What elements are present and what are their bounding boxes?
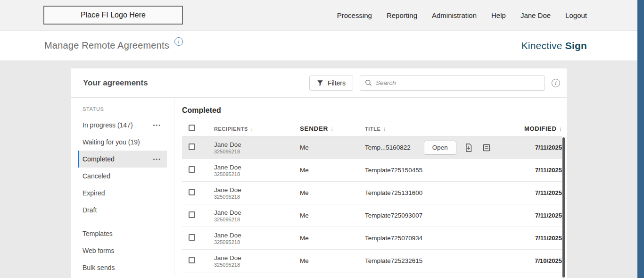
sidebar-item-web-forms[interactable]: Web forms	[78, 242, 167, 259]
nav-item-administration[interactable]: Administration	[432, 11, 477, 19]
agreements-title: Your agreements	[83, 78, 303, 88]
sidebar-item-label: Canceled	[83, 172, 110, 180]
filters-label: Filters	[328, 79, 346, 87]
nav-item-jane-doe[interactable]: Jane Doe	[520, 11, 551, 19]
table-row[interactable]: Jane Doe325095218MeTemplate7252326157/10…	[182, 250, 562, 272]
sidebar-item-label: Draft	[83, 206, 97, 214]
table-scrollbar[interactable]	[562, 137, 565, 278]
sidebar-item-completed[interactable]: Completed•••	[78, 151, 167, 168]
modified-cell: 7/11/2025	[501, 189, 562, 196]
more-menu-icon[interactable]: •••	[153, 156, 161, 162]
download-pdf-icon[interactable]	[463, 142, 474, 153]
sender-cell: Me	[300, 189, 365, 196]
agreements-table: Completed RECIPIENTS↓SENDER↓TITLE↓MODIFI…	[174, 98, 567, 278]
recipient-name: Jane Doe	[214, 209, 300, 217]
title-cell: Template725232615	[365, 257, 501, 264]
row-checkbox[interactable]	[189, 211, 195, 218]
nav-item-processing[interactable]: Processing	[337, 11, 372, 19]
app-window: Place FI Logo Here ProcessingReportingAd…	[0, 0, 644, 278]
notes-icon[interactable]	[481, 142, 492, 153]
agreement-title: Temp...5160822	[365, 144, 411, 151]
recipient-name: Jane Doe	[214, 186, 300, 194]
sender-cell: Me	[300, 235, 365, 242]
modified-cell: 7/11/2025	[501, 212, 562, 219]
recipient-cell: Jane Doe325095218	[214, 254, 300, 268]
row-checkbox-cell	[182, 143, 214, 152]
agreement-title: Template725093007	[365, 212, 422, 219]
row-checkbox[interactable]	[189, 234, 195, 241]
agreement-title: Template725070934	[365, 235, 422, 242]
table-row[interactable]: Jane Doe325095218MeTemplate7251316007/11…	[182, 182, 562, 204]
sidebar-item-label: Bulk sends	[83, 264, 115, 271]
agreement-title: Template725150455	[365, 167, 422, 174]
recipient-id: 325095218	[214, 149, 300, 155]
row-checkbox-cell	[182, 257, 214, 265]
row-checkbox[interactable]	[189, 143, 195, 150]
column-header-sender[interactable]: SENDER↓	[300, 125, 365, 132]
recipient-cell: Jane Doe325095218	[214, 141, 300, 155]
sidebar-item-templates[interactable]: Templates	[78, 225, 167, 242]
modified-cell: 7/11/2025	[501, 144, 562, 151]
sort-desc-icon: ↓	[383, 126, 387, 132]
column-header-modified[interactable]: MODIFIED↓	[501, 125, 562, 132]
select-all-checkbox[interactable]	[189, 125, 195, 131]
recipient-id: 325095218	[214, 239, 300, 245]
sort-desc-icon: ↓	[250, 126, 254, 132]
sidebar-item-canceled[interactable]: Canceled	[78, 168, 167, 185]
card-body: STATUS In progress (147)•••Waiting for y…	[71, 98, 567, 278]
recipient-cell: Jane Doe325095218	[214, 163, 300, 177]
sidebar-gap	[71, 219, 174, 225]
nav-item-logout[interactable]: Logout	[565, 11, 587, 19]
agreement-title: Template725131600	[365, 189, 422, 196]
section-title: Completed	[182, 106, 562, 115]
sort-desc-icon: ↓	[559, 126, 562, 132]
row-checkbox[interactable]	[189, 166, 195, 173]
sidebar-item-label: Waiting for you (19)	[83, 138, 140, 146]
sidebar-item-expired[interactable]: Expired	[78, 185, 167, 202]
sidebar-item-label: In progress (147)	[83, 121, 133, 129]
table-row[interactable]: Jane Doe325095218MeTemplate7251504557/11…	[182, 159, 562, 182]
sidebar-secondary-list: TemplatesWeb formsBulk sends	[71, 225, 174, 276]
column-header-title[interactable]: TITLE↓	[365, 126, 501, 132]
title-cell: Template725070934	[365, 235, 501, 242]
modified-cell: 7/11/2025	[501, 235, 562, 242]
fi-logo-text: Place FI Logo Here	[81, 11, 146, 19]
top-nav: ProcessingReportingAdministrationHelpJan…	[337, 11, 587, 19]
row-checkbox[interactable]	[189, 257, 195, 263]
sender-cell: Me	[300, 144, 365, 151]
sort-desc-icon: ↓	[330, 126, 334, 132]
search-box	[360, 76, 545, 91]
sidebar-item-bulk-sends[interactable]: Bulk sends	[78, 259, 167, 276]
sidebar-item-in-progress-147[interactable]: In progress (147)•••	[78, 117, 167, 134]
more-menu-icon[interactable]: •••	[153, 122, 161, 128]
nav-item-help[interactable]: Help	[491, 11, 506, 19]
brand-logo: Kinective Sign	[521, 40, 587, 51]
row-checkbox[interactable]	[189, 189, 195, 195]
open-button[interactable]: Open	[424, 141, 456, 155]
sidebar-item-waiting-for-you-19[interactable]: Waiting for you (19)	[78, 134, 167, 151]
nav-item-reporting[interactable]: Reporting	[387, 11, 417, 19]
top-bar: Place FI Logo Here ProcessingReportingAd…	[0, 0, 644, 31]
sidebar-item-label: Completed	[83, 155, 115, 163]
brand-name: Kinective	[521, 40, 562, 51]
table-row[interactable]: Jane Doe325095218MeTemplate7250709347/11…	[182, 227, 562, 250]
window-edge-accent	[637, 0, 644, 278]
column-label: SENDER	[300, 125, 328, 132]
filter-funnel-icon	[317, 80, 323, 86]
recipient-cell: Jane Doe325095218	[214, 186, 300, 200]
agreements-card: Your agreements Filters i STATU	[71, 68, 567, 278]
recipient-id: 325095218	[214, 262, 300, 268]
agreement-title: Template725232615	[365, 257, 422, 264]
modified-cell: 7/10/2025	[501, 257, 562, 264]
table-row[interactable]: Jane Doe325095218MeTemp...5160822Open7/1…	[182, 136, 562, 159]
sidebar-item-draft[interactable]: Draft	[78, 202, 167, 219]
sender-cell: Me	[300, 257, 365, 264]
column-label: TITLE	[365, 126, 381, 132]
column-header-recipients[interactable]: RECIPIENTS↓	[214, 126, 300, 132]
page-info-icon[interactable]: i	[174, 37, 183, 46]
search-input[interactable]	[376, 79, 540, 86]
table-row[interactable]: Jane Doe325095218MeTemplate7250930077/11…	[182, 204, 562, 227]
filters-button[interactable]: Filters	[309, 76, 353, 91]
table-info-icon[interactable]: i	[552, 79, 560, 87]
recipient-name: Jane Doe	[214, 254, 300, 262]
